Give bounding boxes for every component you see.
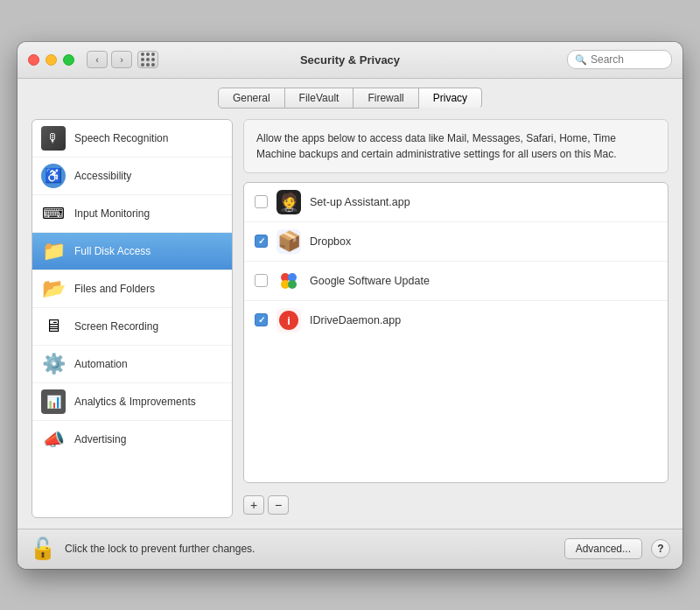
table-row: 🤵 Set-up Assistant.app: [244, 183, 668, 222]
sidebar-item-screen[interactable]: 🖥 Screen Recording: [32, 308, 232, 346]
apps-list: 🤵 Set-up Assistant.app ✓ 📦 Dropbox: [243, 182, 668, 483]
titlebar: ‹ › Security & Privacy 🔍: [18, 42, 682, 79]
google-app-name: Google Software Update: [310, 275, 430, 287]
idrive-checkbox[interactable]: ✓: [255, 313, 268, 326]
description-box: Allow the apps below to access data like…: [243, 119, 668, 173]
help-button[interactable]: ?: [651, 539, 670, 558]
window-title: Security & Privacy: [300, 53, 400, 67]
setup-app-name: Set-up Assistant.app: [310, 196, 410, 208]
table-row: Google Software Update: [244, 262, 668, 301]
svg-text:i: i: [287, 314, 290, 327]
analytics-icon: 📊: [41, 389, 66, 414]
sidebar-item-fulldisk-label: Full Disk Access: [74, 245, 150, 257]
sidebar-item-analytics-label: Analytics & Improvements: [74, 396, 196, 408]
minimize-button[interactable]: [46, 54, 57, 66]
dropbox-app-name: Dropbox: [310, 235, 351, 248]
content-area: 🎙 Speech Recognition ♿ Accessibility ⌨ I…: [18, 109, 682, 529]
search-box[interactable]: 🔍: [567, 50, 672, 69]
advanced-button[interactable]: Advanced...: [564, 538, 642, 559]
sidebar-item-fulldisk[interactable]: 📁 Full Disk Access: [32, 233, 232, 270]
add-app-button[interactable]: +: [243, 495, 264, 515]
back-button[interactable]: ‹: [87, 51, 108, 68]
sidebar-item-screen-label: Screen Recording: [74, 320, 158, 333]
sidebar-item-automation-label: Automation: [74, 358, 128, 370]
footer: 🔓 Click the lock to prevent further chan…: [18, 529, 682, 569]
tab-filevault[interactable]: FileVault: [285, 88, 354, 109]
tabs-row: General FileVault Firewall Privacy: [18, 79, 682, 109]
sidebar-item-files[interactable]: 📂 Files and Folders: [32, 270, 232, 308]
files-folders-icon: 📂: [41, 277, 66, 301]
dropbox-icon: 📦: [276, 229, 301, 254]
main-panel: Allow the apps below to access data like…: [243, 119, 668, 518]
speech-recognition-icon: 🎙: [41, 126, 66, 151]
sidebar-item-accessibility[interactable]: ♿ Accessibility: [32, 158, 232, 195]
google-checkbox[interactable]: [255, 274, 268, 287]
grid-button[interactable]: [137, 51, 158, 68]
advertising-icon: 📣: [41, 427, 66, 452]
nav-buttons: ‹ ›: [87, 51, 132, 68]
svg-point-3: [288, 280, 297, 289]
search-icon: 🔍: [575, 54, 587, 66]
tab-general[interactable]: General: [218, 88, 285, 109]
screen-recording-icon: 🖥: [41, 314, 66, 339]
setup-checkbox[interactable]: [255, 195, 268, 208]
sidebar-item-files-label: Files and Folders: [74, 283, 155, 295]
accessibility-icon: ♿: [41, 164, 66, 188]
sidebar-item-automation[interactable]: ⚙️ Automation: [32, 346, 232, 383]
table-row: ✓ 📦 Dropbox: [244, 222, 668, 262]
description-text: Allow the apps below to access data like…: [256, 132, 617, 160]
close-button[interactable]: [28, 54, 39, 66]
main-window: ‹ › Security & Privacy 🔍 General FileVau…: [18, 42, 682, 569]
automation-icon: ⚙️: [41, 352, 66, 376]
idrive-app-name: IDriveDaemon.app: [310, 314, 401, 326]
bottom-buttons: + −: [243, 492, 668, 518]
sidebar-item-accessibility-label: Accessibility: [74, 170, 131, 182]
sidebar-item-advertising[interactable]: 📣 Advertising: [32, 421, 232, 458]
sidebar-item-speech[interactable]: 🎙 Speech Recognition: [32, 120, 232, 158]
forward-button[interactable]: ›: [111, 51, 132, 68]
maximize-button[interactable]: [63, 54, 74, 66]
setup-icon: 🤵: [276, 190, 301, 214]
full-disk-access-icon: 📁: [41, 239, 66, 263]
google-icon: [276, 269, 301, 293]
tab-privacy[interactable]: Privacy: [419, 88, 482, 109]
sidebar-item-analytics[interactable]: 📊 Analytics & Improvements: [32, 383, 232, 421]
table-row: ✓ i IDriveDaemon.app: [244, 301, 668, 340]
sidebar-item-input[interactable]: ⌨ Input Monitoring: [32, 195, 232, 233]
sidebar: 🎙 Speech Recognition ♿ Accessibility ⌨ I…: [32, 119, 233, 518]
lock-icon[interactable]: 🔓: [30, 536, 56, 561]
dropbox-checkbox[interactable]: ✓: [255, 235, 268, 248]
remove-app-button[interactable]: −: [268, 495, 289, 515]
sidebar-item-advertising-label: Advertising: [74, 433, 126, 445]
sidebar-item-input-label: Input Monitoring: [74, 207, 150, 220]
input-monitoring-icon: ⌨: [41, 201, 66, 226]
search-input[interactable]: [591, 53, 669, 66]
sidebar-item-speech-label: Speech Recognition: [74, 132, 168, 144]
tab-firewall[interactable]: Firewall: [354, 88, 418, 109]
traffic-lights: [28, 54, 74, 66]
footer-text: Click the lock to prevent further change…: [65, 543, 556, 555]
idrive-icon: i: [276, 308, 301, 333]
